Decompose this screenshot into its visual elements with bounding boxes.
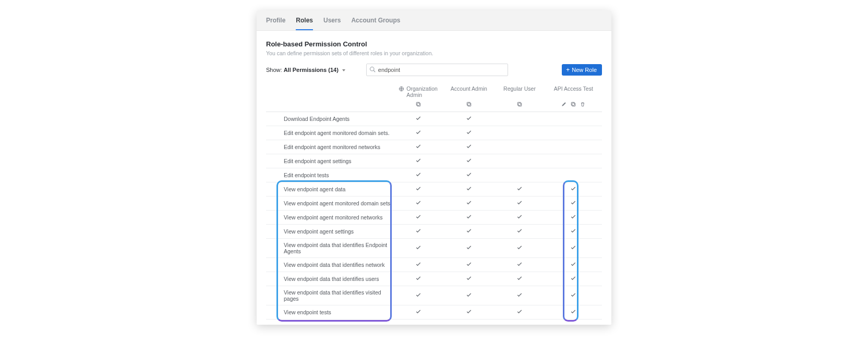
- tab-roles[interactable]: Roles: [296, 10, 313, 30]
- check-icon: [466, 115, 472, 121]
- copy-icon[interactable]: [516, 101, 523, 107]
- check-icon: [415, 292, 421, 298]
- check-icon: [415, 171, 421, 178]
- new-role-button[interactable]: + New Role: [562, 64, 602, 76]
- permission-cell[interactable]: [443, 239, 494, 258]
- permission-cell[interactable]: [545, 211, 602, 225]
- permission-cell[interactable]: [494, 168, 545, 182]
- permission-cell[interactable]: [494, 196, 545, 211]
- permission-cell[interactable]: [443, 140, 494, 154]
- permission-cell[interactable]: [393, 239, 443, 258]
- permission-cell[interactable]: [545, 140, 602, 154]
- permission-cell[interactable]: [393, 258, 443, 272]
- permission-cell[interactable]: [494, 126, 545, 140]
- copy-icon[interactable]: [570, 101, 576, 107]
- permission-cell[interactable]: [443, 154, 494, 168]
- permission-cell[interactable]: [393, 154, 443, 168]
- permission-cell[interactable]: [545, 239, 602, 258]
- show-value: All Permissions (14): [284, 67, 339, 73]
- permission-label: View endpoint agent settings: [266, 225, 393, 239]
- permission-cell[interactable]: [443, 272, 494, 286]
- permission-cell[interactable]: [443, 286, 494, 305]
- check-icon: [466, 200, 472, 206]
- check-icon: [570, 309, 576, 315]
- permission-label: Download Endpoint Agents: [266, 112, 393, 126]
- permission-cell[interactable]: [443, 258, 494, 272]
- check-icon: [466, 214, 472, 220]
- permission-cell[interactable]: [494, 154, 545, 168]
- permission-cell[interactable]: [545, 305, 602, 320]
- permission-cell[interactable]: [545, 225, 602, 239]
- permission-cell[interactable]: [494, 225, 545, 239]
- svg-rect-9: [572, 103, 575, 106]
- svg-rect-8: [517, 102, 521, 105]
- permission-cell[interactable]: [443, 196, 494, 211]
- permission-cell[interactable]: [393, 112, 443, 126]
- permission-cell[interactable]: [443, 112, 494, 126]
- permission-cell[interactable]: [443, 211, 494, 225]
- edit-icon[interactable]: [561, 101, 567, 107]
- permission-row: View endpoint data that identifies Endpo…: [266, 239, 602, 258]
- tab-profile[interactable]: Profile: [266, 10, 285, 30]
- copy-icon[interactable]: [415, 101, 421, 107]
- copy-icon[interactable]: [466, 101, 472, 107]
- check-icon: [466, 244, 472, 251]
- tab-users[interactable]: Users: [323, 10, 341, 30]
- permission-cell[interactable]: [393, 272, 443, 286]
- permission-cell[interactable]: [443, 305, 494, 320]
- delete-icon[interactable]: [580, 101, 586, 107]
- permission-header-blank: [266, 84, 393, 100]
- permission-cell[interactable]: [545, 182, 602, 196]
- permissions-table-wrap: OrganizationAdminAccount AdminRegular Us…: [266, 84, 602, 320]
- permission-cell[interactable]: [494, 211, 545, 225]
- permission-cell[interactable]: [545, 258, 602, 272]
- check-icon: [466, 157, 472, 164]
- search-input[interactable]: [366, 64, 508, 76]
- permission-cell[interactable]: [494, 305, 545, 320]
- check-icon: [415, 261, 421, 267]
- permission-cell[interactable]: [494, 258, 545, 272]
- role-header: OrganizationAdmin: [393, 84, 443, 100]
- check-icon: [516, 309, 523, 315]
- content-area: Role-based Permission Control You can de…: [257, 31, 611, 325]
- tab-account-groups[interactable]: Account Groups: [351, 10, 400, 30]
- permission-cell[interactable]: [545, 154, 602, 168]
- check-icon: [570, 200, 576, 206]
- check-icon: [466, 228, 472, 234]
- permission-cell[interactable]: [443, 225, 494, 239]
- permission-cell[interactable]: [545, 126, 602, 140]
- permission-cell[interactable]: [494, 140, 545, 154]
- permission-cell[interactable]: [393, 126, 443, 140]
- permission-cell[interactable]: [494, 112, 545, 126]
- check-icon: [415, 115, 421, 121]
- permission-cell[interactable]: [545, 286, 602, 305]
- permission-cell[interactable]: [393, 140, 443, 154]
- permission-cell[interactable]: [494, 182, 545, 196]
- permission-label: Edit endpoint agent monitored networks: [266, 140, 393, 154]
- permission-cell[interactable]: [393, 225, 443, 239]
- permission-cell[interactable]: [393, 286, 443, 305]
- permission-cell[interactable]: [393, 305, 443, 320]
- permission-cell[interactable]: [494, 272, 545, 286]
- permission-cell[interactable]: [393, 168, 443, 182]
- svg-rect-6: [467, 102, 470, 105]
- permission-cell[interactable]: [393, 182, 443, 196]
- permission-cell[interactable]: [443, 168, 494, 182]
- permission-cell[interactable]: [393, 211, 443, 225]
- permission-cell[interactable]: [494, 286, 545, 305]
- show-filter[interactable]: Show: All Permissions (14): [266, 67, 345, 73]
- permission-cell[interactable]: [494, 239, 545, 258]
- permission-cell[interactable]: [393, 196, 443, 211]
- svg-rect-4: [416, 102, 419, 105]
- permission-cell[interactable]: [545, 272, 602, 286]
- permission-row: View endpoint agent monitored networks: [266, 211, 602, 225]
- permission-cell[interactable]: [443, 126, 494, 140]
- svg-point-0: [370, 67, 374, 71]
- check-icon: [466, 186, 472, 192]
- permission-cell[interactable]: [443, 182, 494, 196]
- permission-cell[interactable]: [545, 168, 602, 182]
- permission-cell[interactable]: [545, 196, 602, 211]
- check-icon: [516, 261, 523, 267]
- permission-label: View endpoint data that identifies Endpo…: [266, 239, 393, 258]
- permission-cell[interactable]: [545, 112, 602, 126]
